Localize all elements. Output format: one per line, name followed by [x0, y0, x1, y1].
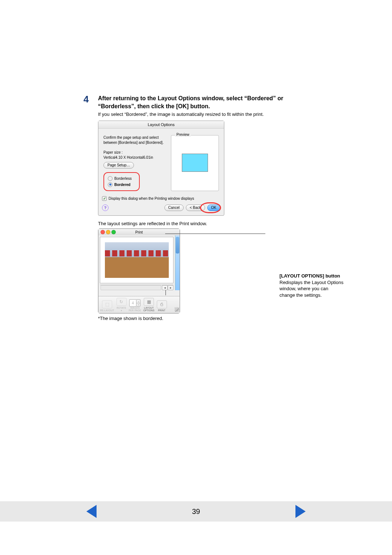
step-subtitle: If you select “Bordered”, the image is a…: [98, 112, 316, 117]
print-button[interactable]: ⎙ PRINT: [156, 298, 168, 312]
resize-grip-icon[interactable]: [175, 307, 179, 312]
page-number: 39: [192, 507, 200, 516]
display-dialog-checkbox-label: Display this dialog when the Printing wi…: [109, 197, 194, 200]
horizontal-scrollbar[interactable]: ◂ ▸: [100, 285, 173, 290]
ok-button[interactable]: OK: [207, 204, 220, 211]
paper-size-label: Paper size :: [103, 150, 171, 155]
page-setup-button[interactable]: Page Setup…: [103, 162, 134, 169]
dialog-title: Layout Options: [98, 121, 224, 129]
preview-label: Preview: [175, 133, 191, 137]
step-title: After returning to the Layout Options wi…: [98, 94, 316, 110]
print-titlebar: Print: [98, 229, 180, 235]
preview-photo: [105, 242, 169, 278]
dialog-instruction: Confirm the page setup and select: [103, 135, 171, 140]
dialog-instruction: between [Borderless] and [Bordered].: [103, 140, 171, 145]
layout-options-dialog: Layout Options Confirm the page setup an…: [98, 121, 224, 216]
page-footer: 39: [0, 501, 392, 522]
radio-icon: [108, 176, 113, 181]
callout-leader: [166, 290, 166, 295]
images-per-page-value: 4: [129, 299, 136, 307]
footnote: *The image shown is bordered.: [98, 316, 316, 321]
paper-size-value: Vertical4.10 X Horizontal6.01in: [103, 155, 171, 160]
vertical-scrollbar[interactable]: [175, 235, 180, 290]
callout-leader: [165, 234, 265, 234]
scroll-left-icon[interactable]: ◂: [162, 285, 168, 290]
callout-title: [LAYOUT OPTIONS] button: [279, 273, 345, 279]
after-dialog-text: The layout settings are reflected in the…: [98, 221, 316, 226]
next-page-arrow[interactable]: [295, 505, 306, 518]
rotate-icon: ↻: [117, 298, 127, 306]
border-radio-group: Borderless Bordered: [103, 172, 140, 191]
back-button[interactable]: < Back: [186, 204, 205, 211]
help-icon[interactable]: ?: [102, 204, 109, 211]
stepper-icon[interactable]: ▴▾: [136, 299, 140, 307]
print-preview-page: [100, 237, 173, 283]
prev-page-arrow[interactable]: [86, 505, 97, 518]
layout-options-callout: [LAYOUT OPTIONS] button Redisplays the L…: [279, 234, 345, 298]
layout-options-button[interactable]: ▦ LAYOUT OPTIONS: [142, 298, 156, 312]
re-layout-button[interactable]: ⬚ RE-LAYOUT: [99, 298, 115, 312]
preview-thumbnail: [182, 154, 208, 172]
print-toolbar: ⬚ RE-LAYOUT ↻ ROTATE▾ 4 ▴▾: [98, 296, 180, 313]
radio-borderless[interactable]: Borderless: [108, 176, 135, 181]
print-icon: ⎙: [157, 300, 167, 308]
re-layout-icon: ⬚: [102, 300, 112, 308]
scroll-right-icon[interactable]: ▸: [168, 285, 173, 290]
images-per-page-control[interactable]: 4 ▴▾ IMAGES PER PAGE: [128, 298, 142, 312]
step-number: 4: [83, 94, 98, 104]
rotate-button[interactable]: ↻ ROTATE▾: [115, 298, 128, 312]
radio-icon: [108, 182, 113, 187]
radio-bordered[interactable]: Bordered: [108, 182, 135, 187]
cancel-button[interactable]: Cancel: [164, 204, 184, 211]
print-dialog: Print ◂: [98, 228, 180, 313]
layout-options-icon: ▦: [144, 298, 154, 306]
preview-panel: Preview: [171, 135, 219, 191]
callout-body: Redisplays the Layout Options window, wh…: [279, 279, 345, 299]
checkbox-icon[interactable]: ✓: [102, 196, 107, 201]
